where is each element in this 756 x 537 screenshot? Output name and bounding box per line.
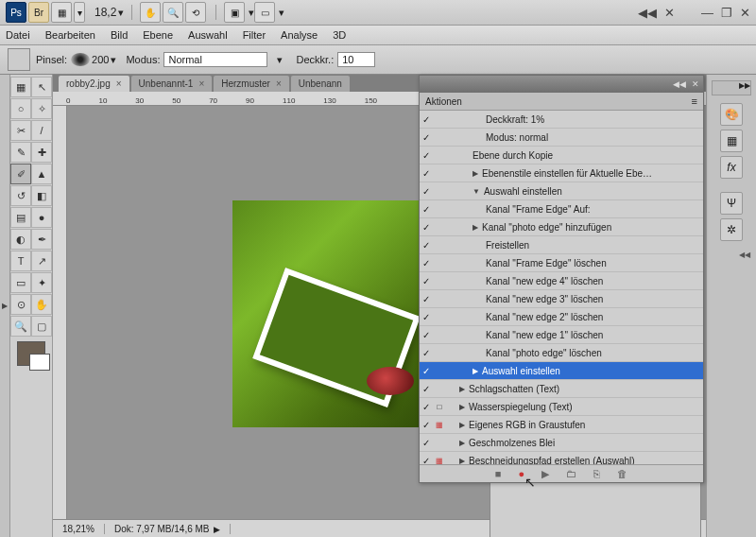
styles-panel-icon[interactable]: fx <box>720 156 743 179</box>
dodge-tool[interactable]: ◐ <box>10 229 31 250</box>
slice-tool[interactable]: / <box>31 120 52 141</box>
notes-tool[interactable]: ▢ <box>31 316 52 337</box>
panel-close-icon[interactable]: ✕ <box>692 79 699 89</box>
brush-size[interactable]: 200 <box>92 54 109 65</box>
history-dropdown-icon[interactable]: ▾ <box>74 2 85 23</box>
action-row[interactable]: ✓Deckkraft: 1% <box>420 111 703 129</box>
action-row[interactable]: ✓Kanal "Frame Edge" löschen <box>420 254 703 272</box>
disclosure-icon[interactable]: ▼ <box>472 187 480 196</box>
close-icon[interactable]: × <box>198 78 204 89</box>
arrange-docs-icon[interactable]: ▣ <box>224 2 245 23</box>
color-swatches[interactable] <box>17 341 45 366</box>
status-zoom[interactable]: 18,21% <box>53 524 105 534</box>
new-action-icon[interactable]: ⎘ <box>593 468 600 479</box>
action-row[interactable]: ✓Modus: normal <box>420 129 703 147</box>
heal-tool[interactable]: ✚ <box>31 142 52 163</box>
close-icon[interactable]: × <box>276 78 282 89</box>
shape-tool[interactable]: ▭ <box>10 272 31 293</box>
panel-collapse-icon[interactable]: ◀◀ <box>673 79 686 89</box>
panel-collapse-icon[interactable]: ◀◀ <box>638 6 657 20</box>
action-row[interactable]: ✓▼Auswahl einstellen <box>420 182 703 200</box>
toggle-checkbox[interactable]: ✓ <box>420 150 433 161</box>
toggle-checkbox[interactable]: ✓ <box>420 366 433 376</box>
tab-unbenannt1[interactable]: Unbenannt-1× <box>131 76 213 92</box>
rotate-view-icon[interactable]: ⟲ <box>185 2 206 23</box>
actions-list[interactable]: ✓Deckkraft: 1%✓Modus: normal✓Ebene durch… <box>420 111 703 464</box>
3d-tool[interactable]: ✦ <box>31 272 52 293</box>
toggle-checkbox[interactable]: ✓ <box>420 204 433 215</box>
mode-select[interactable]: Normal <box>163 52 267 67</box>
dock-expand-icon-2[interactable]: ◀◀ <box>713 251 750 260</box>
brush-preview-icon[interactable] <box>71 53 90 66</box>
action-row[interactable]: ✓Freistellen <box>420 236 703 254</box>
disclosure-icon[interactable]: ▶ <box>459 421 465 429</box>
wand-tool[interactable]: ✧ <box>31 98 52 119</box>
new-set-icon[interactable]: 🗀 <box>566 468 576 479</box>
zoom-tool-tb[interactable]: 🔍 <box>10 316 31 337</box>
action-row[interactable]: ✓Ebene durch Kopie <box>420 147 703 165</box>
hand-tool-tb[interactable]: ✋ <box>31 294 52 315</box>
toggle-checkbox[interactable]: ✓ <box>420 258 433 268</box>
toolbox-collapse-icon[interactable]: ▶ <box>0 75 10 537</box>
action-row[interactable]: ✓▶Geschmolzenes Blei <box>420 434 703 452</box>
toggle-checkbox[interactable]: ✓ <box>420 402 433 412</box>
window-maximize-icon[interactable]: ❐ <box>721 6 732 20</box>
zoom-dropdown-icon[interactable]: ▾ <box>118 7 124 19</box>
menu-3d[interactable]: 3D <box>333 29 346 41</box>
stamp-tool[interactable]: ▲ <box>31 164 52 184</box>
toggle-checkbox[interactable]: ✓ <box>420 222 433 233</box>
toggle-checkbox[interactable]: ✓ <box>420 312 433 322</box>
eyedropper-tool[interactable]: ✎ <box>10 142 31 163</box>
action-row[interactable]: ✓▶Schlagschatten (Text) <box>420 380 703 398</box>
panel-close-icon[interactable]: ✕ <box>664 6 675 20</box>
close-icon[interactable]: × <box>116 78 122 89</box>
screen-dropdown-icon[interactable]: ▾ <box>279 7 284 19</box>
app-icon-photoshop[interactable]: Ps <box>6 2 26 23</box>
hand-tool-icon[interactable]: ✋ <box>140 2 161 23</box>
toggle-checkbox[interactable]: ✓ <box>420 114 433 125</box>
toggle-checkbox[interactable]: ✓ <box>420 438 433 448</box>
zoom-display[interactable]: 18,2 <box>94 6 116 19</box>
disclosure-icon[interactable]: ▶ <box>472 223 478 232</box>
toggle-checkbox[interactable]: ✓ <box>420 420 433 430</box>
action-row[interactable]: ✓▶Kanal "photo edge" hinzufügen <box>420 218 703 236</box>
menu-bild[interactable]: Bild <box>111 29 128 41</box>
disclosure-icon[interactable]: ▶ <box>459 385 465 393</box>
blur-tool[interactable]: ● <box>31 207 52 228</box>
3d-rotate-tool[interactable]: ⊙ <box>10 294 31 315</box>
zoom-tool-icon[interactable]: 🔍 <box>163 2 183 23</box>
opacity-field[interactable]: 10 <box>337 52 375 67</box>
panel-menu-icon[interactable]: ≡ <box>692 95 697 107</box>
action-row[interactable]: ✓Kanal "new edge 1" löschen <box>420 326 703 344</box>
brush-dropdown-icon[interactable]: ▾ <box>111 54 116 66</box>
toggle-checkbox[interactable]: ✓ <box>420 168 433 179</box>
action-row[interactable]: ✓▶Auswahl einstellen <box>420 362 703 380</box>
tab-herzmuster[interactable]: Herzmuster× <box>214 76 289 92</box>
menu-datei[interactable]: Datei <box>6 29 30 41</box>
window-close-icon[interactable]: ✕ <box>740 6 750 20</box>
action-row[interactable]: ✓Kanal "new edge 2" löschen <box>420 308 703 326</box>
pen-tool[interactable]: ✒ <box>31 229 52 250</box>
menu-bearbeiten[interactable]: Bearbeiten <box>45 29 95 41</box>
toggle-checkbox[interactable]: ✓ <box>420 276 433 286</box>
eraser-tool[interactable]: ◧ <box>31 185 52 206</box>
disclosure-icon[interactable]: ▶ <box>459 403 465 411</box>
dialog-toggle-icon[interactable]: ▦ <box>433 421 446 429</box>
view-extras-icon[interactable]: ▦ <box>51 2 72 23</box>
dialog-toggle-icon[interactable]: ▦ <box>433 457 446 465</box>
brush-tool[interactable]: ✐ <box>10 164 31 184</box>
disclosure-icon[interactable]: ▶ <box>459 457 465 465</box>
action-row[interactable]: ✓□▶Wasserspiegelung (Text) <box>420 398 703 416</box>
status-doc[interactable]: Dok: 7,97 MB/14,6 MB▶ <box>105 524 231 534</box>
move-tool[interactable]: ▦ <box>10 77 31 97</box>
brushes-panel-icon[interactable]: Ψ <box>720 192 743 215</box>
screen-mode-icon[interactable]: ▭ <box>254 2 275 23</box>
tab-unbenann[interactable]: Unbenann <box>291 76 350 92</box>
actions-tab[interactable]: Aktionen≡ <box>420 93 703 111</box>
menu-analyse[interactable]: Analyse <box>281 29 318 41</box>
app-icon-bridge[interactable]: Br <box>28 2 49 23</box>
toggle-checkbox[interactable]: ✓ <box>420 456 433 465</box>
window-minimize-icon[interactable]: — <box>701 6 713 20</box>
action-row[interactable]: ✓▶Ebenenstile einstellen für Aktuelle Eb… <box>420 165 703 182</box>
action-row[interactable]: ✓Kanal "new edge 3" löschen <box>420 290 703 308</box>
